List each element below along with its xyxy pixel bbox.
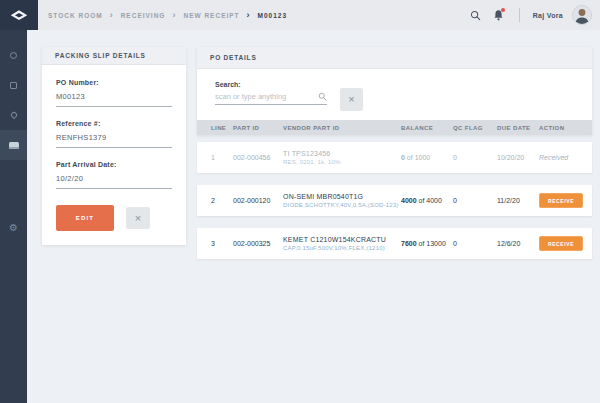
vendor-description-link[interactable]: DIODE,SCHOTTKY,40V,0.5A,(SOD-123) <box>283 202 401 208</box>
search-input[interactable] <box>215 92 318 101</box>
clock-icon <box>10 52 17 59</box>
user-name: Raj Vora <box>533 12 563 19</box>
sidebar-item-locations[interactable] <box>0 100 27 130</box>
settings-gear-icon: ⚙ <box>9 223 18 233</box>
packing-slip-title: PACKING SLIP DETAILS <box>55 52 146 59</box>
cell-balance: 0 of 1000 <box>401 154 453 161</box>
table-row: 2 002-000120 ON-SEMI MBR0540T1G DIODE,SC… <box>197 185 592 216</box>
balance-qty: 0 <box>401 154 405 161</box>
cell-part-id: 002-000120 <box>233 197 283 204</box>
table-row: 3 002-000325 KEMET C1210W154KCRACTU CAP,… <box>197 228 592 259</box>
col-line: LINE <box>211 125 233 131</box>
top-bar: STOCK ROOM › RECEIVING › NEW RECEIPT › M… <box>0 0 600 30</box>
edit-button[interactable]: EDIT <box>56 205 114 231</box>
po-details-card: PO DETAILS Search: × LINE PART ID VENDOR… <box>197 47 592 259</box>
col-action: ACTION <box>539 125 578 131</box>
cell-vendor: ON-SEMI MBR0540T1G DIODE,SCHOTTKY,40V,0.… <box>283 193 401 208</box>
breadcrumb-label: RECEIVING <box>121 12 166 19</box>
notification-bell-icon[interactable] <box>492 8 506 22</box>
search-icon[interactable] <box>469 8 483 22</box>
col-qc-flag: QC FLAG <box>453 125 497 131</box>
balance-qty: 7600 <box>401 240 417 247</box>
field-value-input[interactable]: RENFHS1379 <box>56 133 172 148</box>
field-value-input[interactable]: M00123 <box>56 92 172 107</box>
cell-action: RECEIVE <box>539 236 583 251</box>
vendor-description-link[interactable]: CAP,0.15uF,500V,10%,FLEX,(1210) <box>283 245 401 251</box>
sidebar-item-settings[interactable]: ⚙ <box>0 213 27 243</box>
balance-of: of <box>419 240 425 247</box>
top-bar-actions: Raj Vora <box>469 0 592 30</box>
diamond-logo-icon <box>10 9 28 22</box>
search-icon <box>318 92 327 101</box>
col-balance: BALANCE <box>401 125 453 131</box>
inventory-box-icon <box>10 82 17 89</box>
form-field: Part Arrival Date: 10/2/20 <box>56 161 172 189</box>
form-field: Reference #: RENFHS1379 <box>56 120 172 148</box>
clear-search-button[interactable]: × <box>340 88 363 111</box>
divider <box>519 8 520 22</box>
breadcrumb: STOCK ROOM › RECEIVING › NEW RECEIPT › M… <box>48 0 287 30</box>
breadcrumb-item[interactable]: STOCK ROOM <box>48 12 103 19</box>
sidebar-item-dashboard[interactable] <box>0 40 27 70</box>
cell-qc-flag: 0 <box>453 197 497 204</box>
cell-balance: 7600 of 13000 <box>401 240 453 247</box>
breadcrumb-label: M00123 <box>258 12 288 19</box>
balance-total: 13000 <box>426 240 445 247</box>
packing-slip-body: PO Number: M00123 Reference #: RENFHS137… <box>42 65 186 231</box>
received-status-text: Received <box>539 154 568 161</box>
cell-balance: 4000 of 4000 <box>401 197 453 204</box>
close-icon: × <box>135 213 141 224</box>
vendor-part-id: TI TPS123456 <box>283 150 401 157</box>
field-label: PO Number: <box>56 79 172 86</box>
breadcrumb-item[interactable]: › M00123 <box>240 10 288 20</box>
vendor-part-id: ON-SEMI MBR0540T1G <box>283 193 401 200</box>
field-value-input[interactable]: 10/2/20 <box>56 174 172 189</box>
col-vendor-part-id: VENDOR PART ID <box>283 125 401 131</box>
cell-line: 3 <box>211 240 233 247</box>
po-search-section: Search: × <box>197 69 592 120</box>
receiving-card-icon <box>9 142 19 149</box>
cell-vendor: KEMET C1210W154KCRACTU CAP,0.15uF,500V,1… <box>283 236 401 251</box>
cell-part-id: 002-000325 <box>233 240 283 247</box>
breadcrumb-label: STOCK ROOM <box>48 12 103 19</box>
clear-icon: × <box>348 94 354 105</box>
packing-slip-header: PACKING SLIP DETAILS <box>42 47 186 65</box>
location-pin-icon <box>9 111 17 119</box>
cancel-button[interactable]: × <box>126 207 150 229</box>
vendor-part-id: KEMET C1210W154KCRACTU <box>283 236 401 243</box>
cell-action: Received <box>539 154 578 161</box>
breadcrumb-label: NEW RECEIPT <box>183 12 239 19</box>
po-details-title: PO DETAILS <box>210 54 257 61</box>
cell-vendor: TI TPS123456 RES, 0201, 1k, 10% <box>283 150 401 165</box>
field-label: Part Arrival Date: <box>56 161 172 168</box>
field-label: Reference #: <box>56 120 172 127</box>
po-details-top: PO DETAILS Search: × LINE PART ID VENDOR… <box>197 47 592 135</box>
chevron-right-icon: › <box>172 10 176 20</box>
search-label: Search: <box>215 81 574 88</box>
cell-action: RECEIVE <box>539 193 583 208</box>
form-field: PO Number: M00123 <box>56 79 172 107</box>
col-due-date: DUE DATE <box>497 125 539 131</box>
vendor-description-link[interactable]: RES, 0201, 1k, 10% <box>283 159 401 165</box>
breadcrumb-item[interactable]: › NEW RECEIPT <box>165 10 239 20</box>
table-row: 1 002-000456 TI TPS123456 RES, 0201, 1k,… <box>197 142 592 173</box>
balance-total: 4000 <box>426 197 442 204</box>
cell-due-date: 10/20/20 <box>497 154 539 161</box>
cell-qc-flag: 0 <box>453 240 497 247</box>
balance-qty: 4000 <box>401 197 417 204</box>
packing-slip-actions: EDIT × <box>56 205 172 231</box>
breadcrumb-item[interactable]: › RECEIVING <box>103 10 166 20</box>
cell-line: 2 <box>211 197 233 204</box>
packing-slip-card: PACKING SLIP DETAILS PO Number: M00123 R… <box>42 47 186 245</box>
receive-button[interactable]: RECEIVE <box>539 193 583 208</box>
balance-of: of <box>407 154 413 161</box>
sidebar-item-inventory[interactable] <box>0 70 27 100</box>
avatar[interactable] <box>572 5 592 25</box>
balance-total: 1000 <box>415 154 431 161</box>
receive-button[interactable]: RECEIVE <box>539 236 583 251</box>
sidebar-item-receiving[interactable] <box>0 130 27 160</box>
notification-dot <box>501 8 505 12</box>
cell-line: 1 <box>211 154 233 161</box>
search-input-wrap <box>215 92 327 105</box>
app-logo[interactable] <box>0 0 38 30</box>
